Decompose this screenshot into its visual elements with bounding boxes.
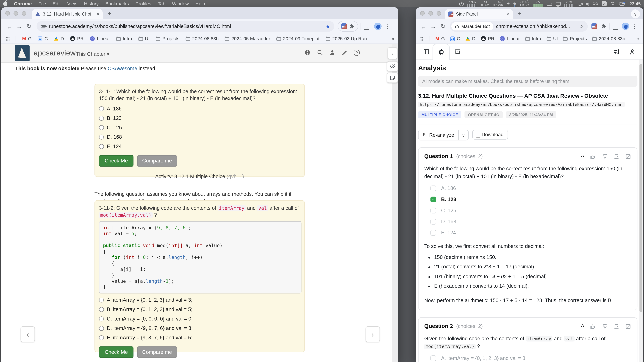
reload-button[interactable]: ↻: [438, 23, 448, 30]
bookmarks-overflow-icon[interactable]: »: [392, 36, 394, 41]
caffeine-icon[interactable]: [578, 3, 582, 5]
runestone-logo[interactable]: [15, 45, 30, 61]
new-tab-button[interactable]: +: [518, 10, 522, 17]
bookmark-linear[interactable]: Linear: [90, 36, 110, 41]
menu-tab[interactable]: Tab: [158, 1, 166, 6]
panel-scrollbar-thumb[interactable]: [640, 64, 642, 312]
checkbox-icon[interactable]: [430, 356, 436, 361]
q2-option-c[interactable]: C. itemArray = {0, 0, 0, 0} and val = 0;: [99, 316, 300, 322]
cpu-meter[interactable]: 23%: [564, 1, 574, 7]
glasses-icon[interactable]: [593, 2, 598, 5]
bookmark-star-icon[interactable]: ☆: [579, 23, 584, 29]
radio-icon[interactable]: [99, 144, 104, 149]
check-me-button[interactable]: Check Me: [99, 155, 134, 167]
analysis-q1-option-d[interactable]: D. 168: [424, 219, 631, 225]
bookmark-folder-2024-09[interactable]: 2024-09 Timeplot: [276, 36, 320, 41]
menu-chrome[interactable]: Chrome: [14, 1, 32, 6]
sleep-icon[interactable]: [546, 3, 552, 5]
next-page-button[interactable]: ›: [366, 326, 380, 342]
menu-window[interactable]: Window: [172, 1, 189, 6]
bookmark-folder-infra[interactable]: Infra: [525, 36, 541, 41]
apple-icon[interactable]: [3, 1, 8, 6]
profile-avatar[interactable]: [622, 23, 629, 30]
thumbs-up-icon[interactable]: [590, 323, 596, 329]
health-icon[interactable]: +: [506, 1, 510, 6]
wifi-icon[interactable]: [610, 2, 616, 6]
tab-analysis-active[interactable]: [432, 44, 450, 60]
q1-option-d[interactable]: D. 168: [99, 134, 300, 140]
fan-icon[interactable]: [513, 2, 516, 5]
network-speed[interactable]: 0 KB/s1 KB/s: [520, 0, 529, 7]
bookmark-folder-2024-05[interactable]: 2024-05 Marauder: [225, 36, 270, 41]
forward-button[interactable]: →: [14, 23, 24, 30]
extensions-puzzle-icon[interactable]: [601, 23, 607, 29]
menu-profiles[interactable]: Profiles: [136, 1, 151, 6]
tab-side-panel[interactable]: ma Side Panel ×: [445, 9, 513, 19]
q2-option-d[interactable]: D. itemArray = {9, 8, 7, 6} and val = 3;: [99, 326, 300, 332]
globe-icon[interactable]: [304, 49, 311, 56]
marauder-extension-icon[interactable]: ma: [341, 23, 347, 29]
radio-icon[interactable]: [99, 116, 104, 121]
volume-icon[interactable]: ◀)): [585, 1, 589, 6]
bookmark-drive[interactable]: D: [466, 36, 476, 41]
extension-chip[interactable]: ma: [338, 21, 358, 31]
menu-view[interactable]: View: [67, 1, 78, 6]
search-icon[interactable]: [317, 49, 323, 56]
menu-history[interactable]: History: [84, 1, 98, 6]
radio-icon[interactable]: [99, 298, 104, 303]
checkbox-icon[interactable]: [430, 208, 436, 214]
bookmark-github[interactable]: PR: [70, 36, 84, 41]
reanalyze-dropdown[interactable]: ∨: [459, 133, 468, 137]
q2-option-b[interactable]: B. itemArray = {0, 1, 2, 3} and val = 5;: [99, 307, 300, 313]
pencil-icon[interactable]: [341, 49, 348, 56]
bookmark-folder-2024-08[interactable]: 2024-08 83b: [592, 36, 625, 41]
forward-button[interactable]: →: [428, 23, 438, 30]
gpu-meter[interactable]: 13%: [468, 1, 478, 7]
site-brand[interactable]: apcsareview: [34, 49, 76, 57]
q2-option-e[interactable]: E. itemArray = {9, 8, 7, 6} and val = 5;: [99, 335, 300, 341]
tab-pages-icon[interactable]: [422, 48, 430, 55]
bookmarks-overflow-icon[interactable]: »: [636, 36, 639, 41]
bookmark-github[interactable]: PR: [481, 36, 494, 41]
megaphone-icon[interactable]: [613, 48, 620, 55]
clock[interactable]: 23:45: [630, 1, 641, 6]
bookmark-calendar[interactable]: 23C: [38, 36, 48, 41]
thumbs-down-icon[interactable]: [602, 153, 608, 159]
q1-option-b[interactable]: B. 123: [99, 115, 300, 121]
window-controls[interactable]: [420, 11, 441, 16]
bookmark-gmail[interactable]: MG: [22, 36, 32, 41]
hide-highlights-button[interactable]: [387, 61, 398, 71]
reanalyze-split-button[interactable]: ↻Re-analyze ∨: [418, 130, 469, 140]
thumbs-down-icon[interactable]: [602, 323, 608, 329]
no-image-icon[interactable]: [625, 323, 631, 329]
site-settings-icon[interactable]: [41, 24, 46, 28]
help-icon[interactable]: ?: [354, 49, 360, 56]
marauder-extension-icon[interactable]: ma: [592, 23, 597, 29]
window-controls[interactable]: [5, 11, 26, 16]
extension-name-chip[interactable]: Marauder Bot: [452, 22, 493, 30]
tab-hard-multiple-choice[interactable]: 3.12. Hard Multiple Choice Qu ×: [32, 9, 103, 19]
door-icon[interactable]: [614, 323, 620, 329]
address-bar[interactable]: Marauder Bot chrome-extension://nhkkaken…: [450, 21, 588, 31]
thumbs-up-icon[interactable]: [590, 153, 596, 159]
apps-grid-icon[interactable]: [5, 36, 10, 40]
no-image-icon[interactable]: [625, 153, 631, 159]
q1-option-c[interactable]: C. 125: [99, 125, 300, 131]
checkbox-icon[interactable]: [430, 219, 436, 225]
downloads-icon[interactable]: ↓: [612, 23, 618, 29]
apps-grid-icon[interactable]: [420, 36, 424, 40]
back-button[interactable]: ←: [4, 23, 14, 30]
analysis-q1-option-e[interactable]: E. 124: [424, 230, 631, 236]
tab-archive-icon[interactable]: [454, 48, 461, 55]
q2-option-a[interactable]: A. itemArray = {0, 1, 2, 3} and val = 3;: [99, 297, 300, 303]
user-icon[interactable]: [329, 49, 336, 56]
bookmark-folder-ui[interactable]: UI: [546, 36, 558, 41]
analysis-q1-option-c[interactable]: C. 125: [424, 207, 631, 214]
bookmark-calendar[interactable]: 23C: [450, 36, 460, 41]
menu-edit[interactable]: Edit: [52, 1, 61, 6]
profile-avatar[interactable]: [374, 23, 382, 30]
new-tab-button[interactable]: +: [108, 10, 111, 17]
this-chapter-dropdown[interactable]: This Chapter ▾: [76, 51, 109, 57]
temp-watt[interactable]: 41°0.3W: [481, 0, 489, 7]
check-me-button-2[interactable]: Check Me: [99, 347, 134, 358]
